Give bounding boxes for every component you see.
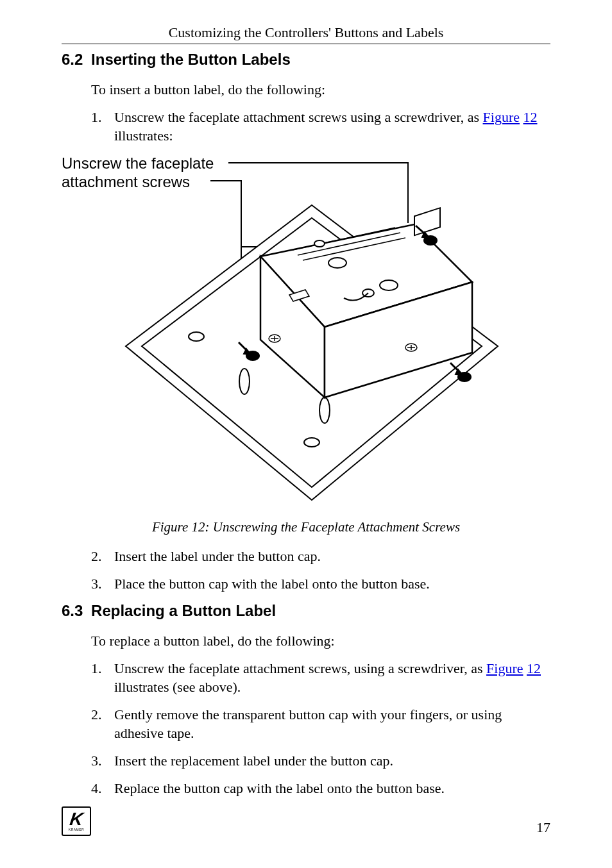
figure-12-link[interactable]: Figure <box>486 660 523 676</box>
logo-k-icon: K <box>69 811 84 828</box>
steps-6-3: 1. Unscrew the faceplate attachment scre… <box>91 659 550 797</box>
step-text: Unscrew the faceplate attachment screws … <box>114 108 550 145</box>
page-footer: K KRAMER 17 <box>62 806 550 836</box>
step-text: Gently remove the transparent button cap… <box>114 705 550 742</box>
step-6-2-2: 2. Insert the label under the button cap… <box>91 547 550 565</box>
step-6-3-1: 1. Unscrew the faceplate attachment scre… <box>91 659 550 696</box>
figure-12-link-2[interactable]: 12 <box>527 660 541 676</box>
header-rule <box>62 44 550 44</box>
svg-rect-4 <box>414 208 440 235</box>
figure-12-caption: Figure 12: Unscrewing the Faceplate Atta… <box>62 519 550 535</box>
svg-point-9 <box>380 280 398 290</box>
device-illustration <box>113 179 511 506</box>
svg-point-8 <box>328 258 346 268</box>
heading-number: 6.3 <box>62 602 83 619</box>
step-number: 2. <box>91 547 114 565</box>
intro-6-3: To replace a button label, do the follow… <box>91 631 550 650</box>
steps-6-2: 1. Unscrew the faceplate attachment scre… <box>91 108 550 145</box>
step-number: 1. <box>91 659 114 696</box>
step-6-3-4: 4. Replace the button cap with the label… <box>91 779 550 797</box>
step-number: 3. <box>91 574 114 593</box>
step-6-2-3: 3. Place the button cap with the label o… <box>91 574 550 593</box>
steps-6-2-cont: 2. Insert the label under the button cap… <box>91 547 550 593</box>
kramer-logo: K KRAMER <box>62 806 91 836</box>
intro-6-2: To insert a button label, do the followi… <box>91 80 550 99</box>
figure-12-link-2[interactable]: 12 <box>523 109 538 125</box>
figure-12-link[interactable]: Figure <box>483 109 520 125</box>
heading-number: 6.2 <box>62 51 83 68</box>
section-6-2-body-cont: 2. Insert the label under the button cap… <box>91 547 550 593</box>
running-header: Customizing the Controllers' Buttons and… <box>62 24 550 44</box>
heading-6-3: 6.3 Replacing a Button Label <box>62 602 550 620</box>
step-text: Unscrew the faceplate attachment screws,… <box>114 659 550 696</box>
step-number: 3. <box>91 751 114 770</box>
section-6-2-body: To insert a button label, do the followi… <box>91 80 550 145</box>
step-text: Replace the button cap with the label on… <box>114 779 550 797</box>
step-text: Insert the replacement label under the b… <box>114 751 550 770</box>
heading-title: Inserting the Button Labels <box>91 51 291 68</box>
heading-6-2: 6.2 Inserting the Button Labels <box>62 51 550 69</box>
step-6-3-3: 3. Insert the replacement label under th… <box>91 751 550 770</box>
page: Customizing the Controllers' Buttons and… <box>0 0 612 868</box>
section-6-3-body: To replace a button label, do the follow… <box>91 631 550 797</box>
step-number: 1. <box>91 108 114 145</box>
step-6-2-1: 1. Unscrew the faceplate attachment scre… <box>91 108 550 145</box>
step-text: Insert the label under the button cap. <box>114 547 550 565</box>
step-number: 4. <box>91 779 114 797</box>
page-number: 17 <box>536 819 550 836</box>
step-6-3-2: 2. Gently remove the transparent button … <box>91 705 550 742</box>
heading-title: Replacing a Button Label <box>91 602 276 619</box>
svg-point-10 <box>314 240 325 247</box>
step-text: Place the button cap with the label onto… <box>114 574 550 593</box>
step-number: 2. <box>91 705 114 742</box>
figure-12: Unscrew the faceplate attachment screws <box>62 154 550 513</box>
